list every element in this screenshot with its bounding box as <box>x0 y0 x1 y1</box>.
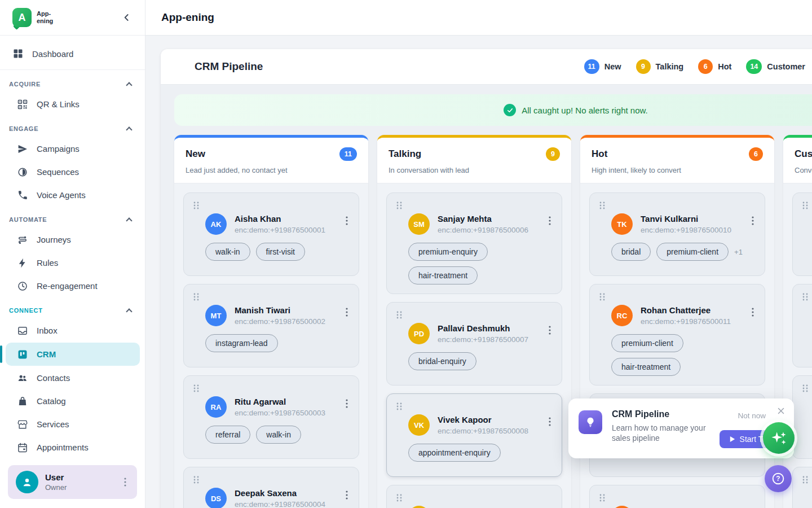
lead-card-rohan-chatterjee[interactable]: RCRohan Chatterjeeenc:demo:+919876500011… <box>589 284 765 386</box>
drag-handle-icon[interactable] <box>396 402 403 411</box>
sidebar-item-rules[interactable]: Rules <box>0 251 145 274</box>
drag-handle-icon[interactable] <box>193 475 200 484</box>
sidebar-item-voice-agents[interactable]: Voice Agents <box>0 183 145 207</box>
sidebar-item-dashboard[interactable]: Dashboard <box>0 40 145 67</box>
lead-name: Pallavi Deshmukh <box>438 323 528 333</box>
card-menu-kebab-icon[interactable] <box>749 216 757 226</box>
lead-card-sanjay-mehta[interactable]: SMSanjay Mehtaenc:demo:+919876500006prem… <box>386 192 562 294</box>
card-menu-kebab-icon[interactable] <box>343 490 351 500</box>
tag: walk-in <box>205 243 250 261</box>
ai-assistant-button[interactable] <box>763 422 795 454</box>
avatar: AK <box>205 213 227 235</box>
user-menu-kebab-icon[interactable] <box>121 477 129 487</box>
lead-name: Vivek Kapoor <box>438 415 528 424</box>
card-menu-kebab-icon[interactable] <box>343 398 351 409</box>
chevron-up-icon <box>126 82 132 88</box>
sidebar-collapse-button[interactable] <box>120 11 134 24</box>
avatar: PD <box>408 323 430 344</box>
drag-handle-icon[interactable] <box>193 292 200 301</box>
column-description: Converted <box>795 166 812 174</box>
drag-handle-icon[interactable] <box>396 493 403 502</box>
card-menu-kebab-icon[interactable] <box>546 325 554 335</box>
sidebar-item-services[interactable]: Services <box>0 413 145 436</box>
stat-label: New <box>604 62 621 71</box>
popup-description: Learn how to manage your sales pipeline <box>612 423 725 444</box>
lead-card-deepak-saxena[interactable]: DSDeepak Saxenaenc:demo:+919876500004 <box>183 467 359 508</box>
alert-banner: All caught up! No alerts right now. <box>174 94 812 126</box>
help-button[interactable]: ? <box>765 465 792 492</box>
sidebar-item-re-engagement[interactable]: Re-engagement <box>0 274 145 297</box>
tag: premium-enquiry <box>408 243 488 261</box>
dashboard-icon <box>12 48 24 59</box>
section-header-engage[interactable]: ENGAGE <box>0 116 145 137</box>
sidebar-item-qr-links[interactable]: QR & Links <box>0 93 145 116</box>
sidebar-item-inbox[interactable]: Inbox <box>0 319 145 342</box>
people-icon <box>17 373 28 384</box>
lead-card[interactable] <box>792 375 812 459</box>
stat-label: Talking <box>656 62 684 71</box>
column-title: Talking <box>389 148 421 160</box>
sidebar-item-sequences[interactable]: Sequences <box>0 160 145 183</box>
sidebar-item-crm[interactable]: CRM <box>6 343 140 366</box>
drag-handle-icon[interactable] <box>802 475 809 484</box>
lead-card[interactable] <box>792 284 812 367</box>
user-name: User <box>45 472 67 482</box>
card-menu-kebab-icon[interactable] <box>343 216 351 226</box>
card-menu-kebab-icon[interactable] <box>546 216 554 226</box>
drag-handle-icon[interactable] <box>599 493 606 502</box>
drag-handle-icon[interactable] <box>599 201 606 210</box>
sidebar-item-contacts[interactable]: Contacts <box>0 366 145 389</box>
close-icon[interactable] <box>776 406 786 416</box>
stat-count-badge: 14 <box>746 59 762 74</box>
column-title: Customer <box>795 148 812 160</box>
user-role: Owner <box>45 483 67 492</box>
lead-card-nandini-shetty[interactable]: NSNandini Shetty <box>386 485 562 508</box>
tag: appointment-enquiry <box>408 444 501 462</box>
avatar: NS <box>408 506 430 508</box>
section-header-acquire[interactable]: ACQUIRE <box>0 71 145 93</box>
column-header: Hot6High intent, likely to convert <box>580 138 774 183</box>
sidebar-item-journeys[interactable]: Journeys <box>0 228 145 251</box>
svg-text:?: ? <box>776 475 780 483</box>
pipeline-column-new: New11Lead just added, no contact yetAKAi… <box>174 135 368 508</box>
section-header-automate[interactable]: AUTOMATE <box>0 207 145 228</box>
tag: premium-client <box>656 243 729 261</box>
drag-handle-icon[interactable] <box>802 292 809 301</box>
not-now-button[interactable]: Not now <box>738 411 766 420</box>
drag-handle-icon[interactable] <box>599 292 606 301</box>
lead-card-amit-kumar[interactable]: AKAmit Kumar <box>589 485 765 508</box>
lead-card-aisha-khan[interactable]: AKAisha Khanenc:demo:+919876500001walk-i… <box>183 192 359 276</box>
card-menu-kebab-icon[interactable] <box>749 307 757 317</box>
section-header-connect[interactable]: CONNECT <box>0 297 145 319</box>
column-title: New <box>186 148 205 160</box>
drag-handle-icon[interactable] <box>396 310 403 319</box>
lead-card-ritu-agarwal[interactable]: RARitu Agarwalenc:demo:+919876500003refe… <box>183 375 359 459</box>
qr-icon <box>17 99 28 110</box>
sidebar-item-campaigns[interactable]: Campaigns <box>0 137 145 160</box>
stat-customer: 14Customer <box>746 59 805 74</box>
drag-handle-icon[interactable] <box>802 384 809 393</box>
column-header: New11Lead just added, no contact yet <box>174 138 368 183</box>
sidebar-item-appointments[interactable]: Appointments <box>0 436 145 459</box>
drag-handle-icon[interactable] <box>193 201 200 210</box>
user-avatar <box>16 471 38 493</box>
pipeline-column-talking: Talking9In conversation with leadSMSanja… <box>377 135 571 508</box>
lead-card-pallavi-deshmukh[interactable]: PDPallavi Deshmukhenc:demo:+919876500007… <box>386 302 562 386</box>
drag-handle-icon[interactable] <box>396 201 403 210</box>
drag-handle-icon[interactable] <box>193 384 200 393</box>
sidebar-item-catalog[interactable]: Catalog <box>0 389 145 413</box>
lead-card-vivek-kapoor[interactable]: VKVivek Kapoorenc:demo:+919876500008appo… <box>386 393 562 477</box>
card-menu-kebab-icon[interactable] <box>343 307 351 317</box>
tag: premium-client <box>611 334 683 352</box>
lead-phone: enc:demo:+919876500011 <box>641 317 731 326</box>
lightbulb-icon <box>579 410 602 434</box>
lead-card-tanvi-kulkarni[interactable]: TKTanvi Kulkarnienc:demo:+919876500010br… <box>589 192 765 276</box>
user-profile-card[interactable]: User Owner <box>8 465 137 499</box>
lead-card-manish-tiwari[interactable]: MTManish Tiwarienc:demo:+919876500002ins… <box>183 284 359 367</box>
lead-card[interactable] <box>792 467 812 508</box>
column-card-list <box>783 183 812 508</box>
lead-card[interactable] <box>792 192 812 276</box>
lead-phone: enc:demo:+919876500008 <box>438 427 528 435</box>
drag-handle-icon[interactable] <box>802 201 809 210</box>
card-menu-kebab-icon[interactable] <box>546 417 554 427</box>
